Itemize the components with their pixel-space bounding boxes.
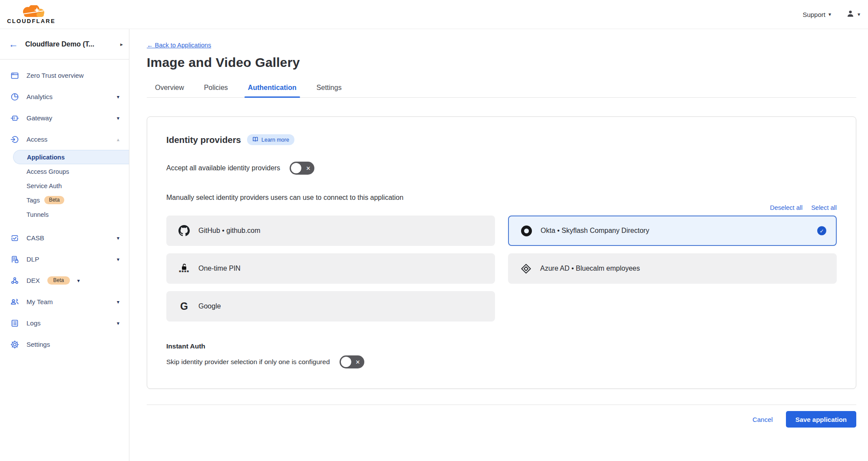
sidebar-item-label: Tunnels <box>26 211 49 218</box>
github-icon <box>178 225 190 236</box>
provider-label: Azure AD • Bluecalm employees <box>540 265 640 272</box>
sidebar-item-settings[interactable]: Settings <box>0 334 129 355</box>
provider-card-azure-ad[interactable]: Azure AD • Bluecalm employees <box>508 253 837 284</box>
sidebar-item-my-team[interactable]: My Team ▾ <box>0 291 129 312</box>
top-bar: CLOUDFLARE Support ▾ ▾ <box>0 0 868 29</box>
cloudflare-logo[interactable]: CLOUDFLARE <box>6 4 56 24</box>
sidebar-item-label: My Team <box>26 298 109 305</box>
chevron-down-icon[interactable]: ▾ <box>117 116 119 121</box>
sidebar-item-dlp[interactable]: DLP ▾ <box>0 249 129 270</box>
tab-policies[interactable]: Policies <box>203 81 229 97</box>
deselect-all-link[interactable]: Deselect all <box>770 204 802 211</box>
sidebar-item-service-auth[interactable]: Service Auth <box>0 179 129 193</box>
save-application-button[interactable]: Save application <box>786 411 856 428</box>
book-icon <box>252 136 258 143</box>
sidebar-item-tags[interactable]: Tags Beta <box>0 193 129 207</box>
toggle-off-icon: ✕ <box>356 359 360 365</box>
toggle-off-icon: ✕ <box>306 166 310 171</box>
support-menu[interactable]: Support ▾ <box>802 11 831 18</box>
support-label: Support <box>802 11 825 18</box>
chevron-down-icon[interactable]: ▾ <box>117 321 119 326</box>
cancel-button[interactable]: Cancel <box>752 416 773 423</box>
page-title: Image and Video Gallery <box>147 55 856 70</box>
window-icon <box>10 71 19 80</box>
gateway-icon <box>10 113 19 123</box>
sidebar-nav: Zero Trust overview Analytics ▾ Gateway … <box>0 60 129 355</box>
sidebar-item-analytics[interactable]: Analytics ▾ <box>0 86 129 107</box>
chevron-up-icon[interactable]: ▴ <box>117 137 119 142</box>
chevron-down-icon: ▾ <box>828 12 831 17</box>
sidebar: ← Cloudflare Demo (T... ▸ Zero Trust ove… <box>0 29 129 461</box>
toggle-knob <box>341 357 351 367</box>
chevron-down-icon[interactable]: ▾ <box>117 235 119 241</box>
sidebar-item-label: Service Auth <box>26 182 62 189</box>
panel-title: Identity providers <box>166 135 241 145</box>
accept-all-toggle[interactable]: ✕ <box>290 162 314 175</box>
sidebar-item-access[interactable]: Access ▴ <box>0 129 129 150</box>
casb-icon <box>10 233 19 242</box>
list-document-icon <box>10 318 19 328</box>
skip-selection-label: Skip identity provider selection if only… <box>166 358 330 366</box>
document-lock-icon <box>10 255 19 264</box>
accept-all-label: Accept all available identity providers <box>166 164 280 172</box>
sidebar-item-label: Applications <box>27 154 65 161</box>
team-icon <box>10 297 19 306</box>
provider-grid: GitHub • github.com Okta • Skyflash Comp… <box>166 216 837 322</box>
tab-settings[interactable]: Settings <box>316 81 343 97</box>
sidebar-item-label: Gateway <box>26 114 109 122</box>
google-icon: G <box>178 302 190 312</box>
gear-icon <box>10 340 19 349</box>
tab-authentication[interactable]: Authentication <box>247 81 297 97</box>
provider-label: Okta • Skyflash Company Directory <box>541 227 649 235</box>
learn-more-button[interactable]: Learn more <box>247 134 294 145</box>
provider-card-one-time-pin[interactable]: **** One-time PIN <box>166 253 495 284</box>
sidebar-item-casb[interactable]: CASB ▾ <box>0 227 129 249</box>
beta-badge: Beta <box>44 196 65 204</box>
provider-card-github[interactable]: GitHub • github.com <box>166 216 495 246</box>
manual-select-label: Manually select identity providers users… <box>166 194 837 202</box>
footer-actions: Cancel Save application <box>147 411 856 428</box>
user-icon <box>846 9 855 20</box>
sidebar-item-label: Analytics <box>26 93 109 100</box>
sidebar-item-label: Access <box>26 136 109 143</box>
toggle-knob <box>291 163 301 173</box>
sidebar-item-label: DLP <box>26 255 109 263</box>
sidebar-item-dex[interactable]: DEX Beta ▾ <box>0 270 129 291</box>
chevron-right-icon[interactable]: ▸ <box>120 41 123 47</box>
sidebar-item-label: DEX <box>26 277 40 284</box>
sidebar-item-zero-trust-overview[interactable]: Zero Trust overview <box>0 65 129 86</box>
sidebar-item-applications[interactable]: Applications <box>13 150 129 164</box>
back-arrow-icon[interactable]: ← <box>9 40 18 49</box>
sidebar-item-gateway[interactable]: Gateway ▾ <box>0 107 129 129</box>
sidebar-item-label: Logs <box>26 319 109 327</box>
back-to-applications-link[interactable]: ← Back to Applications <box>147 42 211 49</box>
sidebar-item-logs[interactable]: Logs ▾ <box>0 312 129 334</box>
beta-badge: Beta <box>47 276 70 285</box>
chevron-down-icon[interactable]: ▾ <box>117 257 119 262</box>
chevron-down-icon[interactable]: ▾ <box>77 278 80 283</box>
tab-overview[interactable]: Overview <box>154 81 185 97</box>
tab-bar: Overview Policies Authentication Setting… <box>147 81 856 98</box>
provider-card-okta[interactable]: Okta • Skyflash Company Directory ✓ <box>508 216 837 246</box>
sidebar-item-access-groups[interactable]: Access Groups <box>0 164 129 179</box>
provider-card-google[interactable]: G Google <box>166 291 495 322</box>
sidebar-item-tunnels[interactable]: Tunnels <box>0 207 129 222</box>
pin-asterisks: **** <box>179 271 189 274</box>
provider-label: GitHub • github.com <box>198 227 261 235</box>
identity-providers-panel: Identity providers Learn more Accept all… <box>147 116 856 389</box>
sidebar-item-label: CASB <box>26 234 109 242</box>
sidebar-item-label: Settings <box>26 341 119 348</box>
provider-label: Google <box>198 302 221 310</box>
main-content: ← Back to Applications Image and Video G… <box>129 29 868 461</box>
footer-divider <box>147 405 856 405</box>
okta-icon <box>520 226 532 236</box>
instant-auth-toggle[interactable]: ✕ <box>340 355 364 368</box>
chevron-down-icon[interactable]: ▾ <box>117 299 119 305</box>
cloudflare-wordmark: CLOUDFLARE <box>7 18 56 24</box>
one-time-pin-icon: **** <box>178 263 190 274</box>
account-name[interactable]: Cloudflare Demo (T... <box>25 40 113 48</box>
user-menu[interactable]: ▾ <box>846 9 860 20</box>
sidebar-item-label: Tags <box>26 197 40 204</box>
select-all-link[interactable]: Select all <box>811 204 837 211</box>
chevron-down-icon[interactable]: ▾ <box>117 94 119 99</box>
